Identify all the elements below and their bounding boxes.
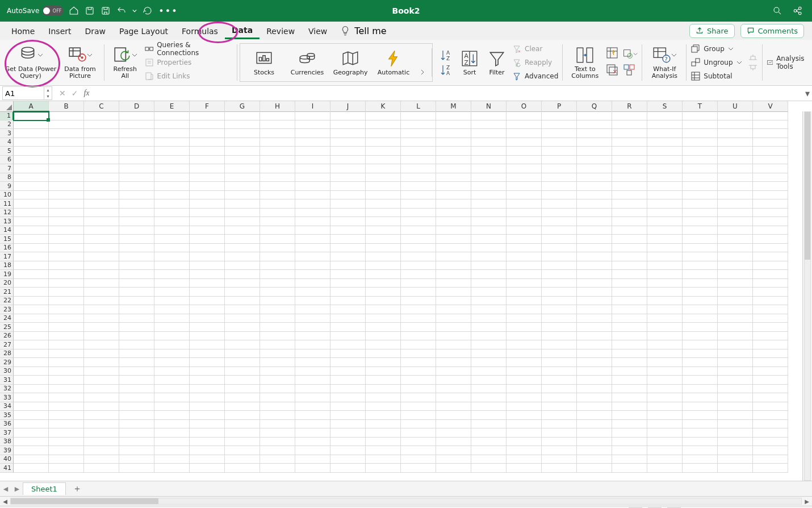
- cell[interactable]: [330, 367, 366, 376]
- cell[interactable]: [119, 385, 154, 394]
- cell[interactable]: [683, 261, 718, 270]
- cell[interactable]: [154, 156, 190, 165]
- cell[interactable]: [577, 438, 612, 447]
- cell[interactable]: [154, 367, 190, 376]
- cell[interactable]: [154, 332, 190, 341]
- cell[interactable]: [753, 314, 788, 323]
- cell[interactable]: [507, 235, 542, 244]
- cell[interactable]: [14, 182, 49, 191]
- cell[interactable]: [260, 446, 295, 455]
- cell[interactable]: [260, 226, 295, 235]
- cell[interactable]: [436, 349, 471, 359]
- cell[interactable]: [260, 297, 295, 306]
- cell[interactable]: [753, 367, 788, 376]
- namebox-up-icon[interactable]: ▴: [44, 87, 52, 93]
- cell[interactable]: [295, 244, 330, 253]
- cell[interactable]: [260, 217, 295, 226]
- cell[interactable]: [577, 252, 612, 261]
- cell[interactable]: [84, 217, 119, 226]
- row-header[interactable]: 33: [0, 393, 14, 402]
- cell[interactable]: [84, 164, 119, 173]
- cell[interactable]: [154, 438, 190, 447]
- cell[interactable]: [507, 217, 542, 226]
- formula-input[interactable]: [97, 86, 803, 100]
- cell[interactable]: [260, 252, 295, 261]
- column-header[interactable]: I: [295, 101, 330, 112]
- cell[interactable]: [718, 288, 753, 297]
- cell[interactable]: [753, 323, 788, 332]
- cell[interactable]: [154, 209, 190, 218]
- cell[interactable]: [401, 376, 436, 385]
- cell[interactable]: [542, 173, 577, 182]
- cell[interactable]: [507, 147, 542, 156]
- cell[interactable]: [612, 147, 647, 156]
- cell[interactable]: [260, 305, 295, 314]
- cell[interactable]: [84, 173, 119, 182]
- cell[interactable]: [718, 376, 753, 385]
- hscroll-right-icon[interactable]: ▶: [802, 498, 812, 505]
- cell[interactable]: [507, 349, 542, 359]
- cell[interactable]: [718, 323, 753, 332]
- cell[interactable]: [577, 464, 612, 473]
- cell[interactable]: [330, 182, 366, 191]
- cell[interactable]: [612, 464, 647, 473]
- cell[interactable]: [330, 129, 366, 138]
- column-header[interactable]: F: [190, 101, 225, 112]
- cell[interactable]: [225, 428, 260, 438]
- cell[interactable]: [401, 129, 436, 138]
- cell[interactable]: [366, 446, 401, 455]
- cell[interactable]: [507, 358, 542, 367]
- cell[interactable]: [718, 147, 753, 156]
- cell[interactable]: [471, 367, 507, 376]
- cell[interactable]: [577, 305, 612, 314]
- cell[interactable]: [84, 156, 119, 165]
- cell[interactable]: [190, 411, 225, 420]
- cell[interactable]: [260, 138, 295, 147]
- row-header[interactable]: 5: [0, 147, 14, 156]
- cell[interactable]: [683, 147, 718, 156]
- cell[interactable]: [753, 191, 788, 200]
- cell[interactable]: [753, 358, 788, 367]
- cell[interactable]: [542, 120, 577, 130]
- hide-detail-icon[interactable]: [748, 64, 758, 72]
- cell[interactable]: [471, 279, 507, 288]
- cell[interactable]: [295, 217, 330, 226]
- cell[interactable]: [577, 279, 612, 288]
- cell[interactable]: [295, 420, 330, 429]
- cell[interactable]: [612, 156, 647, 165]
- cell[interactable]: [753, 111, 788, 120]
- cell[interactable]: [401, 358, 436, 367]
- column-header[interactable]: D: [119, 101, 154, 112]
- cell[interactable]: [718, 156, 753, 165]
- cell[interactable]: [436, 244, 471, 253]
- cell[interactable]: [154, 252, 190, 261]
- cell[interactable]: [753, 182, 788, 191]
- cell[interactable]: [647, 376, 683, 385]
- cell[interactable]: [542, 279, 577, 288]
- cell[interactable]: [471, 393, 507, 402]
- cell[interactable]: [577, 235, 612, 244]
- cell[interactable]: [49, 182, 84, 191]
- cell[interactable]: [507, 305, 542, 314]
- cell[interactable]: [84, 191, 119, 200]
- cell[interactable]: [84, 438, 119, 447]
- cell[interactable]: [49, 297, 84, 306]
- cell[interactable]: [366, 111, 401, 120]
- cell[interactable]: [436, 164, 471, 173]
- cell[interactable]: [507, 314, 542, 323]
- cell[interactable]: [84, 446, 119, 455]
- cell[interactable]: [366, 385, 401, 394]
- cell[interactable]: [295, 252, 330, 261]
- row-header[interactable]: 38: [0, 438, 14, 447]
- cell[interactable]: [49, 252, 84, 261]
- cell[interactable]: [330, 235, 366, 244]
- cell[interactable]: [647, 305, 683, 314]
- cell[interactable]: [507, 393, 542, 402]
- cell[interactable]: [225, 209, 260, 218]
- cell[interactable]: [225, 191, 260, 200]
- cell[interactable]: [260, 349, 295, 359]
- cell[interactable]: [14, 305, 49, 314]
- cell[interactable]: [436, 226, 471, 235]
- cell[interactable]: [225, 156, 260, 165]
- row-header[interactable]: 8: [0, 173, 14, 182]
